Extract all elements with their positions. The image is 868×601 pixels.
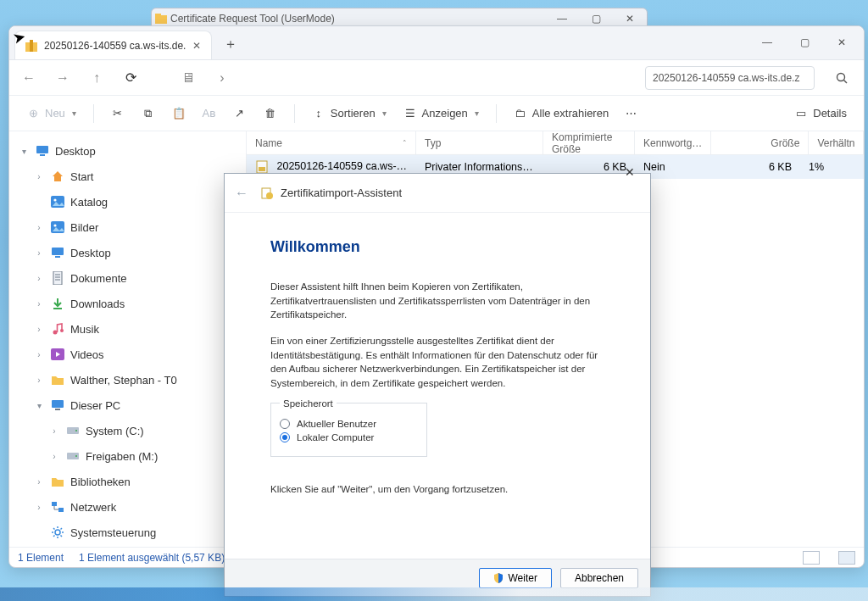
svg-line-36 xyxy=(61,536,63,537)
svg-rect-22 xyxy=(52,400,64,408)
column-name[interactable]: Name˄ xyxy=(247,131,416,154)
column-ratio[interactable]: Verhältn xyxy=(809,131,864,154)
sidebar-item-walther-stephan-t0[interactable]: ›Walther, Stephan - T0 xyxy=(9,367,246,392)
column-type[interactable]: Typ xyxy=(416,131,543,154)
expand-chevron-icon[interactable]: › xyxy=(48,452,60,461)
expand-chevron-icon[interactable]: ▾ xyxy=(33,401,45,410)
column-compressed-size[interactable]: Komprimierte Größe xyxy=(543,131,635,154)
wizard-paragraph-1: Dieser Assistent hilft Ihnen beim Kopier… xyxy=(270,280,604,322)
radio-local-computer[interactable]: Lokaler Computer xyxy=(280,432,418,442)
paste-button[interactable]: 📋 xyxy=(165,103,192,124)
window-close-button[interactable]: ✕ xyxy=(823,30,860,55)
sidebar-item-dieser-pc[interactable]: ▾Dieser PC xyxy=(9,392,246,418)
wizard-back-button[interactable]: ← xyxy=(235,186,252,201)
share-button[interactable]: ↗ xyxy=(226,103,253,124)
extract-all-button[interactable]: 🗀 Alle extrahieren xyxy=(507,103,615,124)
svg-point-4 xyxy=(837,73,845,81)
sidebar-item-musik[interactable]: ›Musik xyxy=(9,316,246,342)
sidebar-item-netzwerk[interactable]: ›Netzwerk xyxy=(9,494,246,520)
expand-chevron-icon[interactable]: › xyxy=(33,172,45,181)
sidebar-item-freigaben-m-[interactable]: ›Freigaben (M:) xyxy=(9,443,246,469)
copy-button[interactable]: ⧉ xyxy=(135,103,162,124)
expand-chevron-icon[interactable]: › xyxy=(48,426,60,436)
sidebar-item-bilder[interactable]: ›Bilder xyxy=(9,214,246,240)
shield-icon xyxy=(493,573,504,583)
chevron-down-icon: ▾ xyxy=(382,109,387,118)
details-pane-button[interactable]: ▭ Details xyxy=(787,103,854,124)
close-button[interactable]: ✕ xyxy=(613,13,647,25)
svg-rect-28 xyxy=(52,502,57,506)
more-button[interactable]: ⋯ xyxy=(619,103,643,123)
wizard-title: Zertifikatimport-Assistent xyxy=(281,186,402,199)
breadcrumb-chevron-icon[interactable]: › xyxy=(213,70,231,86)
rename-button[interactable]: Aʙ xyxy=(196,103,223,124)
expand-chevron-icon[interactable]: › xyxy=(33,274,45,283)
nav-forward-button[interactable]: → xyxy=(53,70,72,86)
tab-active[interactable]: 20250126-140559 ca.ws-its.de. ✕ xyxy=(14,31,212,59)
sidebar-item-downloads[interactable]: ›Downloads xyxy=(9,291,246,316)
sidebar-item-desktop[interactable]: ▾Desktop xyxy=(9,138,246,164)
column-headers[interactable]: Name˄ Typ Komprimierte Größe Kennwortg… … xyxy=(247,131,864,155)
sidebar-item-bibliotheken[interactable]: ›Bibliotheken xyxy=(9,469,246,494)
svg-point-11 xyxy=(53,224,56,226)
nav-refresh-button[interactable]: ⟳ xyxy=(121,70,140,86)
scissors-icon: ✂ xyxy=(111,107,125,120)
expand-chevron-icon[interactable]: › xyxy=(33,248,45,258)
tab-title: 20250126-140559 ca.ws-its.de. xyxy=(44,40,186,52)
column-password[interactable]: Kennwortg… xyxy=(635,131,711,154)
new-button[interactable]: ⊕ Neu ▾ xyxy=(19,103,83,124)
cut-button[interactable]: ✂ xyxy=(104,103,131,124)
expand-chevron-icon[interactable]: › xyxy=(33,477,45,487)
svg-rect-12 xyxy=(52,248,64,255)
search-icon[interactable] xyxy=(830,66,854,90)
expand-chevron-icon[interactable]: ▾ xyxy=(18,147,30,156)
net-icon xyxy=(50,499,65,515)
window-minimize-button[interactable]: — xyxy=(748,30,786,55)
sidebar-item-system-c-[interactable]: ›System (C:) xyxy=(9,418,246,443)
tab-close-icon[interactable]: ✕ xyxy=(192,40,201,52)
new-tab-button[interactable]: ＋ xyxy=(217,31,244,58)
sidebar-item-start[interactable]: ›Start xyxy=(9,164,246,189)
radio-current-user[interactable]: Aktueller Benutzer xyxy=(280,419,418,429)
expand-chevron-icon[interactable]: › xyxy=(33,350,45,359)
cancel-button[interactable]: Abbrechen xyxy=(560,568,638,588)
sidebar-item-desktop[interactable]: ›Desktop xyxy=(9,240,246,265)
sidebar-item-videos[interactable]: ›Videos xyxy=(9,342,246,367)
radio-local-computer-label: Lokaler Computer xyxy=(297,432,374,442)
minimize-button[interactable]: — xyxy=(545,13,579,25)
wizard-close-button[interactable]: ✕ xyxy=(618,162,642,182)
address-text: 20250126-140559 ca.ws-its.de.z xyxy=(653,72,799,84)
share-icon: ↗ xyxy=(233,107,247,120)
sort-button[interactable]: ↕ Sortieren ▾ xyxy=(305,103,393,124)
view-details-button[interactable] xyxy=(803,551,820,565)
nav-back-button[interactable]: ← xyxy=(19,70,38,86)
svg-point-20 xyxy=(60,329,64,332)
address-search-box[interactable]: 20250126-140559 ca.ws-its.de.z xyxy=(645,66,815,90)
certificate-import-wizard: ✕ ← Zertifikatimport-Assistent Willkomme… xyxy=(224,173,651,597)
delete-button[interactable]: 🗑 xyxy=(257,103,284,124)
sidebar-item-label: Desktop xyxy=(70,247,237,259)
sidebar-item-katalog[interactable]: Katalog xyxy=(9,189,246,214)
window-maximize-button[interactable]: ▢ xyxy=(786,30,823,55)
navigation-pane[interactable]: ▾Desktop›StartKatalog›Bilder›Desktop›Dok… xyxy=(9,131,247,547)
device-icon[interactable]: 🖥 xyxy=(179,70,198,86)
expand-chevron-icon[interactable]: › xyxy=(33,223,45,232)
expand-chevron-icon[interactable]: › xyxy=(33,325,45,334)
expand-chevron-icon[interactable]: › xyxy=(33,376,45,385)
status-count: 1 Element xyxy=(18,552,64,564)
column-size[interactable]: Größe xyxy=(711,131,809,154)
view-list-button[interactable] xyxy=(838,551,855,565)
view-button[interactable]: ☰ Anzeigen ▾ xyxy=(397,103,486,124)
expand-chevron-icon[interactable]: › xyxy=(33,299,45,309)
svg-rect-14 xyxy=(53,271,62,285)
wizard-heading: Willkommen xyxy=(270,238,604,256)
view-label: Anzeigen xyxy=(422,107,468,120)
expand-chevron-icon[interactable]: › xyxy=(33,503,45,512)
store-location-group: Speicherort Aktueller Benutzer Lokaler C… xyxy=(270,403,427,457)
nav-up-button[interactable]: ↑ xyxy=(87,70,106,86)
sidebar-item-dokumente[interactable]: ›Dokumente xyxy=(9,265,246,291)
sort-label: Sortieren xyxy=(331,107,376,120)
next-button[interactable]: Weiter xyxy=(479,568,552,588)
maximize-button[interactable]: ▢ xyxy=(579,13,613,25)
sidebar-item-systemsteuerung[interactable]: Systemsteuerung xyxy=(9,520,246,545)
